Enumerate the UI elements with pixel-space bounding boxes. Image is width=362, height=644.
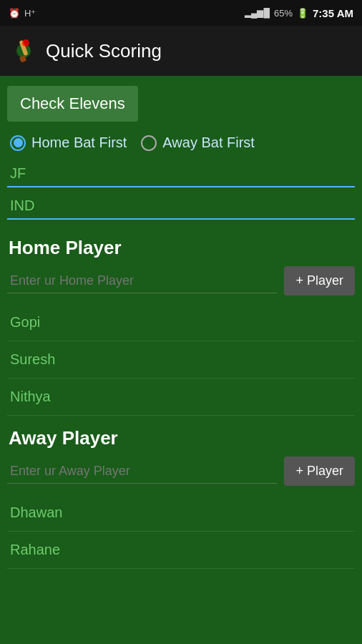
- main-content: Check Elevens Home Bat First Away Bat Fi…: [0, 76, 362, 644]
- alarm-icon: ⏰: [9, 8, 20, 19]
- app-title: Quick Scoring: [46, 40, 162, 62]
- away-bat-first-label: Away Bat First: [162, 135, 255, 151]
- status-time: 7:35 AM: [313, 7, 353, 19]
- home-team-code-input[interactable]: [7, 161, 355, 187]
- away-team-code-input[interactable]: [7, 193, 355, 220]
- home-player-input-row: + Player: [7, 266, 355, 296]
- home-player-item[interactable]: Suresh: [7, 341, 355, 379]
- away-bat-first-radio[interactable]: [141, 135, 157, 151]
- home-player-input[interactable]: [7, 269, 277, 293]
- status-right-group: ▂▄▆█ 65% 🔋 7:35 AM: [245, 7, 353, 19]
- signal-icon: H⁺: [24, 8, 36, 19]
- home-bat-first-option[interactable]: Home Bat First: [10, 135, 127, 151]
- signal-bars-icon: ▂▄▆█: [245, 8, 270, 18]
- home-player-section-title: Home Player: [7, 237, 355, 259]
- add-away-player-button[interactable]: + Player: [284, 457, 355, 486]
- batting-order-row: Home Bat First Away Bat First: [7, 135, 355, 151]
- home-player-item[interactable]: Gopi: [7, 304, 355, 341]
- app-bar: Quick Scoring: [0, 26, 362, 76]
- away-player-input-row: + Player: [7, 457, 355, 486]
- status-bar: ⏰ H⁺ ▂▄▆█ 65% 🔋 7:35 AM: [0, 0, 362, 26]
- battery-level: 65%: [274, 8, 293, 19]
- home-player-item[interactable]: Nithya: [7, 379, 355, 416]
- away-player-input[interactable]: [7, 459, 277, 484]
- away-bat-first-option[interactable]: Away Bat First: [141, 135, 255, 151]
- add-home-player-button[interactable]: + Player: [284, 266, 355, 296]
- check-elevens-button[interactable]: Check Elevens: [7, 86, 138, 122]
- app-logo-icon: [10, 37, 37, 64]
- svg-point-2: [22, 39, 29, 47]
- away-player-section-title: Away Player: [7, 427, 355, 449]
- away-player-item[interactable]: Dhawan: [7, 494, 355, 532]
- battery-icon: 🔋: [297, 8, 308, 19]
- away-player-item[interactable]: Rahane: [7, 532, 355, 569]
- home-bat-first-label: Home Bat First: [31, 135, 127, 151]
- status-icons-left: ⏰ H⁺: [9, 0, 36, 26]
- home-bat-first-radio[interactable]: [10, 135, 26, 151]
